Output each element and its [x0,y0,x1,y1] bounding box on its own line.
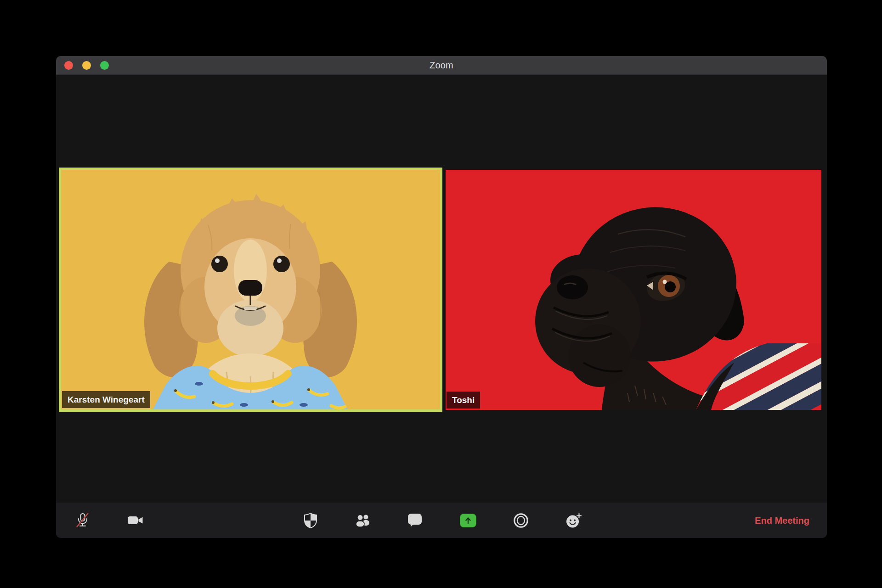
zoom-window: Zoom [56,56,827,538]
desktop-background: Zoom [0,0,882,588]
share-screen-up-arrow-icon [460,514,476,527]
end-meeting-button[interactable]: End Meeting [755,515,809,526]
video-tile-karsten[interactable]: Karsten Winegeart [59,168,442,412]
participant-video-pug [446,170,821,410]
record-circle-icon [513,513,529,528]
participant-video-tan-dog [61,170,440,409]
smiley-plus-icon [565,513,582,528]
fullscreen-window-button[interactable] [100,61,109,70]
video-button[interactable] [124,510,147,532]
security-button[interactable] [300,510,322,532]
microphone-muted-icon [75,512,90,529]
participants-button[interactable] [352,510,374,532]
traffic-lights [64,56,109,74]
titlebar: Zoom [56,56,827,75]
participants-icon [355,513,371,527]
meeting-toolbar: End Meeting [56,503,827,538]
close-window-button[interactable] [64,61,73,70]
mute-button[interactable] [72,510,94,532]
participant-name-label: Karsten Winegeart [62,391,150,408]
reactions-button[interactable] [563,510,585,532]
record-button[interactable] [510,510,532,532]
window-title: Zoom [430,60,453,71]
shield-icon [304,513,317,528]
participant-name-label: Toshi [447,392,480,409]
video-tile-toshi[interactable]: Toshi [446,170,821,410]
meeting-gallery: Karsten Winegeart [56,75,827,503]
share-screen-button[interactable] [457,510,479,532]
chat-button[interactable] [404,510,426,532]
chat-bubble-icon [407,513,422,527]
minimize-window-button[interactable] [82,61,91,70]
video-camera-icon [128,515,143,526]
